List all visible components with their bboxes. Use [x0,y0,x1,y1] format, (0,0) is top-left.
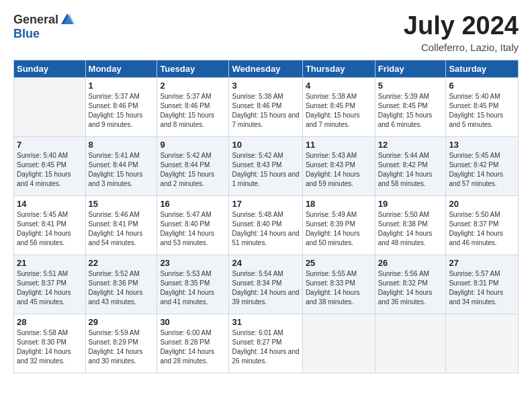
day-info: Sunrise: 5:56 AM Sunset: 8:32 PM Dayligh… [378,269,443,307]
title-block: July 2024 Colleferro, Lazio, Italy [404,12,519,53]
day-number: 20 [449,199,515,209]
day-info: Sunrise: 5:51 AM Sunset: 8:37 PM Dayligh… [17,269,83,307]
logo-general-text: General [13,13,58,27]
calendar-cell: 12Sunrise: 5:44 AM Sunset: 8:42 PM Dayli… [375,136,446,195]
calendar-week-4: 21Sunrise: 5:51 AM Sunset: 8:37 PM Dayli… [14,255,519,314]
day-number: 6 [449,81,515,91]
day-info: Sunrise: 5:52 AM Sunset: 8:36 PM Dayligh… [89,269,154,307]
calendar-cell: 21Sunrise: 5:51 AM Sunset: 8:37 PM Dayli… [14,255,86,314]
page: General Blue July 2024 Colleferro, Lazio… [0,0,532,411]
day-info: Sunrise: 5:40 AM Sunset: 8:45 PM Dayligh… [449,92,515,130]
day-number: 17 [232,199,299,209]
calendar-header-monday: Monday [85,60,157,77]
day-number: 31 [232,317,299,327]
calendar-cell: 17Sunrise: 5:48 AM Sunset: 8:40 PM Dayli… [229,195,302,255]
day-info: Sunrise: 5:37 AM Sunset: 8:46 PM Dayligh… [89,92,154,130]
calendar-cell: 10Sunrise: 5:42 AM Sunset: 8:43 PM Dayli… [229,136,302,195]
calendar-cell: 22Sunrise: 5:52 AM Sunset: 8:36 PM Dayli… [85,255,157,314]
day-info: Sunrise: 5:46 AM Sunset: 8:41 PM Dayligh… [89,210,154,248]
day-info: Sunrise: 5:55 AM Sunset: 8:33 PM Dayligh… [306,269,372,307]
day-info: Sunrise: 5:59 AM Sunset: 8:29 PM Dayligh… [89,328,154,366]
calendar-cell: 24Sunrise: 5:54 AM Sunset: 8:34 PM Dayli… [229,255,302,314]
day-number: 7 [17,140,83,150]
calendar-cell: 20Sunrise: 5:50 AM Sunset: 8:37 PM Dayli… [446,195,519,255]
day-info: Sunrise: 5:49 AM Sunset: 8:39 PM Dayligh… [306,210,372,248]
calendar-cell [375,314,446,373]
day-number: 26 [378,258,443,268]
calendar-week-2: 7Sunrise: 5:40 AM Sunset: 8:45 PM Daylig… [14,136,519,195]
calendar-header-thursday: Thursday [302,60,375,77]
calendar-header-tuesday: Tuesday [157,60,229,77]
calendar-cell: 14Sunrise: 5:45 AM Sunset: 8:41 PM Dayli… [14,195,86,255]
calendar-cell: 19Sunrise: 5:50 AM Sunset: 8:38 PM Dayli… [375,195,446,255]
day-info: Sunrise: 5:39 AM Sunset: 8:45 PM Dayligh… [378,92,443,130]
calendar-cell: 6Sunrise: 5:40 AM Sunset: 8:45 PM Daylig… [446,77,519,136]
day-number: 21 [17,258,83,268]
calendar-cell [302,314,375,373]
calendar-cell: 23Sunrise: 5:53 AM Sunset: 8:35 PM Dayli… [157,255,229,314]
day-info: Sunrise: 5:43 AM Sunset: 8:43 PM Dayligh… [306,151,372,189]
calendar-cell: 26Sunrise: 5:56 AM Sunset: 8:32 PM Dayli… [375,255,446,314]
calendar-week-5: 28Sunrise: 5:58 AM Sunset: 8:30 PM Dayli… [14,314,519,373]
day-number: 14 [17,199,83,209]
calendar-cell: 3Sunrise: 5:38 AM Sunset: 8:46 PM Daylig… [229,77,302,136]
calendar-cell: 25Sunrise: 5:55 AM Sunset: 8:33 PM Dayli… [302,255,375,314]
calendar-cell: 27Sunrise: 5:57 AM Sunset: 8:31 PM Dayli… [446,255,519,314]
day-number: 27 [449,258,515,268]
calendar-cell: 31Sunrise: 6:01 AM Sunset: 8:27 PM Dayli… [229,314,302,373]
day-number: 16 [160,199,226,209]
day-info: Sunrise: 5:40 AM Sunset: 8:45 PM Dayligh… [17,151,83,189]
header: General Blue July 2024 Colleferro, Lazio… [13,12,519,53]
day-info: Sunrise: 5:41 AM Sunset: 8:44 PM Dayligh… [89,151,154,189]
calendar-header-wednesday: Wednesday [229,60,302,77]
day-info: Sunrise: 5:42 AM Sunset: 8:44 PM Dayligh… [160,151,226,189]
day-number: 23 [160,258,226,268]
logo-blue-text: Blue [13,27,40,40]
calendar-cell: 15Sunrise: 5:46 AM Sunset: 8:41 PM Dayli… [85,195,157,255]
day-info: Sunrise: 6:01 AM Sunset: 8:27 PM Dayligh… [232,328,299,366]
calendar-cell: 16Sunrise: 5:47 AM Sunset: 8:40 PM Dayli… [157,195,229,255]
calendar-cell: 11Sunrise: 5:43 AM Sunset: 8:43 PM Dayli… [302,136,375,195]
day-number: 24 [232,258,299,268]
day-info: Sunrise: 5:54 AM Sunset: 8:34 PM Dayligh… [232,269,299,307]
day-info: Sunrise: 5:45 AM Sunset: 8:42 PM Dayligh… [449,151,515,189]
day-info: Sunrise: 5:58 AM Sunset: 8:30 PM Dayligh… [17,328,83,366]
day-info: Sunrise: 5:38 AM Sunset: 8:46 PM Dayligh… [232,92,299,130]
day-number: 15 [89,199,154,209]
day-number: 10 [232,140,299,150]
calendar-header-row: SundayMondayTuesdayWednesdayThursdayFrid… [14,60,519,77]
day-info: Sunrise: 5:47 AM Sunset: 8:40 PM Dayligh… [160,210,226,248]
day-info: Sunrise: 5:44 AM Sunset: 8:42 PM Dayligh… [378,151,443,189]
day-number: 3 [232,81,299,91]
calendar-cell: 30Sunrise: 6:00 AM Sunset: 8:28 PM Dayli… [157,314,229,373]
calendar-header-saturday: Saturday [446,60,519,77]
calendar: SundayMondayTuesdayWednesdayThursdayFrid… [13,60,519,373]
day-info: Sunrise: 5:37 AM Sunset: 8:46 PM Dayligh… [160,92,226,130]
day-info: Sunrise: 5:38 AM Sunset: 8:45 PM Dayligh… [306,92,372,130]
calendar-cell: 29Sunrise: 5:59 AM Sunset: 8:29 PM Dayli… [85,314,157,373]
calendar-cell: 13Sunrise: 5:45 AM Sunset: 8:42 PM Dayli… [446,136,519,195]
day-number: 28 [17,317,83,327]
day-info: Sunrise: 6:00 AM Sunset: 8:28 PM Dayligh… [160,328,226,366]
day-info: Sunrise: 5:42 AM Sunset: 8:43 PM Dayligh… [232,151,299,189]
calendar-header-friday: Friday [375,60,446,77]
day-number: 13 [449,140,515,150]
calendar-header-sunday: Sunday [14,60,86,77]
calendar-cell: 4Sunrise: 5:38 AM Sunset: 8:45 PM Daylig… [302,77,375,136]
day-number: 1 [89,81,154,91]
calendar-cell: 1Sunrise: 5:37 AM Sunset: 8:46 PM Daylig… [85,77,157,136]
day-info: Sunrise: 5:57 AM Sunset: 8:31 PM Dayligh… [449,269,515,307]
calendar-cell: 5Sunrise: 5:39 AM Sunset: 8:45 PM Daylig… [375,77,446,136]
day-number: 25 [306,258,372,268]
day-info: Sunrise: 5:48 AM Sunset: 8:40 PM Dayligh… [232,210,299,248]
location: Colleferro, Lazio, Italy [404,42,519,53]
logo: General Blue [13,12,75,41]
day-info: Sunrise: 5:53 AM Sunset: 8:35 PM Dayligh… [160,269,226,307]
day-number: 4 [306,81,372,91]
calendar-cell: 2Sunrise: 5:37 AM Sunset: 8:46 PM Daylig… [157,77,229,136]
day-number: 30 [160,317,226,327]
calendar-cell: 7Sunrise: 5:40 AM Sunset: 8:45 PM Daylig… [14,136,86,195]
logo-icon [60,12,75,27]
day-number: 18 [306,199,372,209]
calendar-week-3: 14Sunrise: 5:45 AM Sunset: 8:41 PM Dayli… [14,195,519,255]
